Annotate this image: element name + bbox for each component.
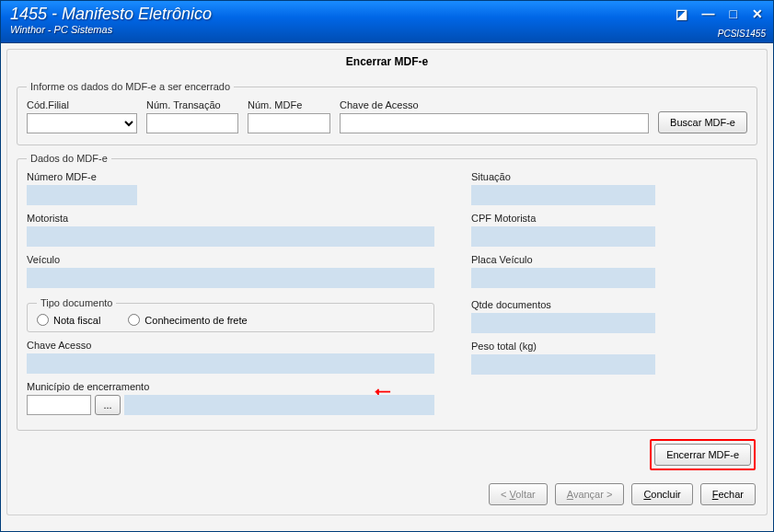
motorista-value: [27, 226, 434, 247]
chave-acesso-busca-input[interactable]: [340, 113, 649, 133]
wizard-buttons: < Voltar Avançar > Concluir Fechar: [489, 483, 756, 505]
encerrar-mdfe-button[interactable]: Encerrar MDF-e: [654, 444, 751, 466]
avancar-button: Avançar >: [555, 483, 625, 505]
nota-fiscal-radio[interactable]: [37, 314, 49, 326]
veiculo-label: Veículo: [27, 254, 434, 265]
num-transacao-input[interactable]: [146, 113, 238, 133]
tipo-doc-legend: Tipo documento: [37, 297, 116, 308]
restore-icon[interactable]: ◪: [673, 6, 690, 21]
num-mdfe-label: Núm. MDFe: [248, 99, 330, 110]
placa-value: [471, 268, 655, 288]
motorista-label: Motorista: [27, 213, 434, 224]
chave-acesso-label: Chave Acesso: [27, 340, 434, 351]
qtde-docs-value: [471, 313, 655, 333]
peso-total-value: [471, 354, 655, 375]
situacao-value: [471, 185, 655, 205]
section-title: Encerrar MDF-e: [6, 49, 768, 74]
situacao-label: Situação: [471, 171, 655, 182]
municipio-cod-input[interactable]: [27, 395, 91, 415]
window-titlebar: 1455 - Manifesto Eletrônico Winthor - PC…: [1, 1, 773, 43]
veiculo-value: [27, 268, 434, 288]
conhecimento-radio-label[interactable]: Conhecimento de frete: [128, 314, 247, 326]
encerrar-highlight: Encerrar MDF-e: [650, 439, 756, 470]
minimize-icon[interactable]: —: [699, 6, 718, 21]
window-subtitle: Winthor - PC Sistemas: [10, 24, 764, 35]
chave-acesso-value: [27, 353, 434, 374]
numero-mdfe-value: [27, 185, 137, 205]
municipio-lookup-button[interactable]: ...: [95, 395, 121, 415]
cod-filial-label: Cód.Filial: [27, 99, 137, 110]
num-mdfe-input[interactable]: [248, 113, 330, 133]
window-code: PCSIS1455: [718, 29, 766, 39]
buscar-mdfe-button[interactable]: Buscar MDF-e: [658, 111, 747, 133]
main-panel: Informe os dados do MDF-e a ser encerrad…: [6, 74, 768, 515]
cpf-motorista-label: CPF Motorista: [471, 213, 655, 224]
voltar-button: < Voltar: [489, 483, 548, 505]
search-group-legend: Informe os dados do MDF-e a ser encerrad…: [27, 81, 234, 92]
window-title: 1455 - Manifesto Eletrônico: [10, 5, 764, 24]
placa-label: Placa Veículo: [471, 254, 655, 265]
dados-group-legend: Dados do MDF-e: [27, 153, 111, 164]
concluir-button[interactable]: Concluir: [631, 483, 692, 505]
municipio-label: Município de encerramento: [27, 381, 434, 392]
peso-total-label: Peso total (kg): [471, 341, 655, 352]
cod-filial-select[interactable]: [27, 113, 137, 133]
conhecimento-radio[interactable]: [128, 314, 140, 326]
dados-group: Dados do MDF-e Número MDF-e Motorista Ve…: [17, 153, 757, 431]
cpf-motorista-value: [471, 226, 655, 247]
search-group: Informe os dados do MDF-e a ser encerrad…: [17, 81, 757, 145]
chave-acesso-busca-label: Chave de Acesso: [340, 99, 649, 110]
qtde-docs-label: Qtde documentos: [471, 299, 655, 310]
num-transacao-label: Núm. Transação: [146, 99, 238, 110]
arrow-indicator-icon: ⭠: [375, 384, 391, 403]
client-area: Encerrar MDF-e Informe os dados do MDF-e…: [1, 43, 773, 531]
nota-fiscal-radio-label[interactable]: Nota fiscal: [37, 314, 100, 326]
close-icon[interactable]: ✕: [749, 6, 766, 21]
numero-mdfe-label: Número MDF-e: [27, 171, 137, 182]
maximize-icon[interactable]: □: [727, 6, 740, 21]
fechar-button[interactable]: Fechar: [700, 483, 756, 505]
